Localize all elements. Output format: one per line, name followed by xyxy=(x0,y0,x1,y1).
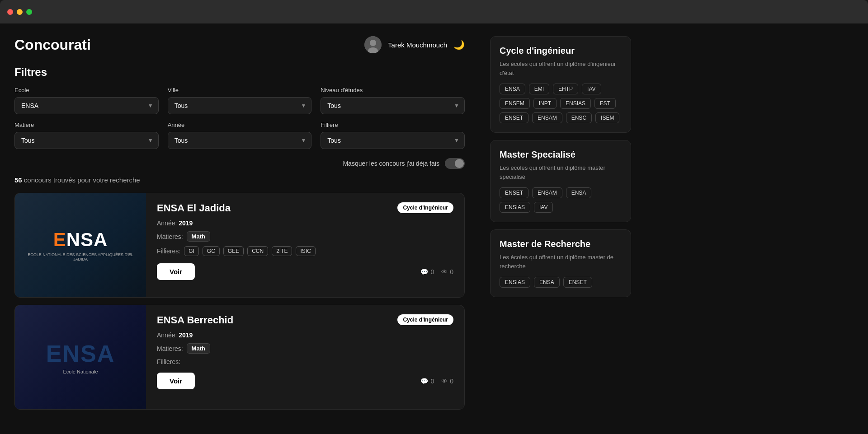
ecole-select[interactable]: ENSA xyxy=(14,97,159,114)
minimize-dot[interactable] xyxy=(17,9,23,15)
niveau-select-wrapper: Tous ▼ xyxy=(321,97,465,114)
ville-label: Ville xyxy=(168,87,312,93)
ensa-subtitle-2: Ecole Nationale xyxy=(63,369,98,374)
card-footer: Voir 💬 0 👁 0 xyxy=(157,373,453,389)
filiere-tag: CCN xyxy=(247,246,268,256)
school-tag[interactable]: INPT xyxy=(533,98,557,109)
school-tag[interactable]: ENSIAS xyxy=(560,98,591,109)
results-number: 56 xyxy=(14,176,22,184)
toggle-knob xyxy=(455,159,464,168)
filters-section: Filtres Ecole ENSA ▼ Ville xyxy=(14,66,465,169)
filieres-row: Fillieres: xyxy=(157,358,453,365)
views-count: 0 xyxy=(450,378,453,385)
school-tag[interactable]: ENSA xyxy=(534,277,560,288)
ecole-label: Ecole xyxy=(14,87,159,93)
comments-stat: 💬 0 xyxy=(420,378,434,385)
svg-point-1 xyxy=(370,40,376,46)
master-specialise-card: Master Specialisé Les écoles qui offrent… xyxy=(490,140,631,222)
comment-icon: 💬 xyxy=(420,268,428,275)
header-right: Tarek Mouchmouch 🌙 xyxy=(364,36,465,53)
school-tag[interactable]: ENSIAS xyxy=(500,202,530,213)
cycle-badge: Cycle d'Ingénieur xyxy=(397,314,453,325)
ville-select[interactable]: Tous xyxy=(168,97,312,114)
filiere-tag: GC xyxy=(203,246,220,256)
card-annee: Année: 2019 xyxy=(157,219,453,227)
master-schools-tags: ENSETENSAMENSAENSIASIAV xyxy=(500,187,622,213)
niveau-select[interactable]: Tous xyxy=(321,97,465,114)
master-recherche-title: Master de Recherche xyxy=(500,239,622,249)
master-recherche-desc: Les écoles qui offrent un diplôme master… xyxy=(500,253,622,271)
school-tag[interactable]: IAV xyxy=(582,84,601,94)
filter-matiere: Matiere Tous ▼ xyxy=(14,121,159,149)
card-stats: 💬 0 👁 0 xyxy=(420,378,453,385)
school-tag[interactable]: ENSA xyxy=(500,84,525,94)
annee-label: Année xyxy=(168,121,312,128)
school-tag[interactable]: ISEM xyxy=(595,112,619,123)
comments-stat: 💬 0 xyxy=(420,268,434,275)
filter-ecole: Ecole ENSA ▼ xyxy=(14,87,159,114)
masquer-toggle[interactable] xyxy=(445,158,465,169)
annee-select[interactable]: Tous xyxy=(168,132,312,149)
filieres-row: Fillieres: GIGCGEECCN2ITEISIC xyxy=(157,246,453,256)
card-header: ENSA El Jadida Cycle d'Ingénieur xyxy=(157,202,453,214)
school-tag[interactable]: FST xyxy=(594,98,616,109)
comment-icon: 💬 xyxy=(420,378,428,385)
school-tag[interactable]: ENSA xyxy=(566,187,592,198)
card-footer: Voir 💬 0 👁 0 xyxy=(157,263,453,280)
ensa-subtitle: ECOLE NATIONALE DES SCIENCES APPLIQUÉES … xyxy=(15,252,146,261)
card-header: ENSA Berrechid Cycle d'Ingénieur xyxy=(157,314,453,326)
card-content: ENSA El Jadida Cycle d'Ingénieur Année: … xyxy=(146,193,464,297)
masquer-label: Masquer les concours j'ai déja fais xyxy=(343,160,439,167)
cycle-ingenieur-card: Cycle d'ingénieur Les écoles qui offrent… xyxy=(490,36,631,133)
school-tag[interactable]: ENSET xyxy=(500,112,528,123)
views-icon: 👁 xyxy=(441,378,448,385)
close-dot[interactable] xyxy=(7,9,13,15)
master-specialise-title: Master Specialisé xyxy=(500,149,622,160)
matieres-row: Matieres: Math xyxy=(157,231,453,242)
filliere-label: Filliere xyxy=(321,121,465,128)
voir-button[interactable]: Voir xyxy=(157,263,195,280)
ensa-logo: ENSA xyxy=(53,229,108,251)
school-tag[interactable]: ENSET xyxy=(563,277,592,288)
school-tag[interactable]: ENSEM xyxy=(500,98,530,109)
school-tag[interactable]: ENSAM xyxy=(532,187,562,198)
matiere-select[interactable]: Tous xyxy=(14,132,159,149)
school-tag[interactable]: ENSAM xyxy=(532,112,562,123)
master-specialise-desc: Les écoles qui offrent un diplôme master… xyxy=(500,163,622,181)
views-stat: 👁 0 xyxy=(441,268,453,275)
annee-select-wrapper: Tous ▼ xyxy=(168,132,312,149)
matieres-label: Matieres: xyxy=(157,233,183,240)
filters-title: Filtres xyxy=(14,66,465,79)
right-panel: Cycle d'ingénieur Les écoles qui offrent… xyxy=(479,23,642,434)
maximize-dot[interactable] xyxy=(26,9,32,15)
filliere-select-wrapper: Tous ▼ xyxy=(321,132,465,149)
school-tag[interactable]: ENSC xyxy=(566,112,592,123)
filter-niveau: Niveau d'études Tous ▼ xyxy=(321,87,465,114)
school-tag[interactable]: EHTP xyxy=(553,84,578,94)
school-tag[interactable]: ENSET xyxy=(500,187,528,198)
matiere-select-wrapper: Tous ▼ xyxy=(14,132,159,149)
cycle-badge: Cycle d'Ingénieur xyxy=(397,202,453,213)
filieres-label: Fillieres: xyxy=(157,247,180,255)
filters-grid: Ecole ENSA ▼ Ville Tous ▼ xyxy=(14,87,465,149)
school-tag[interactable]: ENSIAS xyxy=(500,277,530,288)
results-count: 56 concours trouvés pour votre recherche xyxy=(14,176,465,184)
matieres-row: Matieres: Math xyxy=(157,343,453,354)
left-panel: Concourati Tarek Mouchmouch 🌙 Filtres xyxy=(0,23,479,434)
views-icon: 👁 xyxy=(441,268,448,275)
cycle-schools-tags: ENSAEMIEHTPIAVENSEMINPTENSIASFSTENSETENS… xyxy=(500,84,622,123)
moon-icon[interactable]: 🌙 xyxy=(453,39,465,50)
matiere-tag: Math xyxy=(187,231,210,242)
school-tag[interactable]: IAV xyxy=(534,202,553,213)
voir-button[interactable]: Voir xyxy=(157,373,195,389)
window-dots xyxy=(7,9,32,15)
filter-filliere: Filliere Tous ▼ xyxy=(321,121,465,149)
comments-count: 0 xyxy=(430,268,434,275)
filieres-label: Fillieres: xyxy=(157,358,180,365)
matieres-label: Matieres: xyxy=(157,345,183,352)
comments-count: 0 xyxy=(430,378,434,385)
main-content: Concourati Tarek Mouchmouch 🌙 Filtres xyxy=(0,23,868,434)
school-tag[interactable]: EMI xyxy=(529,84,549,94)
filliere-select[interactable]: Tous xyxy=(321,132,465,149)
filiere-tag: ISIC xyxy=(296,246,315,256)
